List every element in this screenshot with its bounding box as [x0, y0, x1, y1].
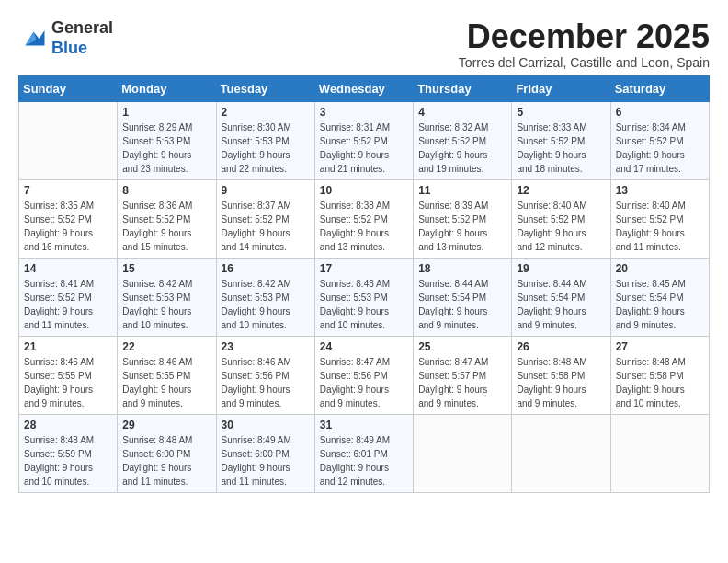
day-number: 1	[122, 106, 210, 119]
day-info: Sunrise: 8:46 AMSunset: 5:55 PMDaylight:…	[24, 355, 112, 410]
day-number: 11	[418, 184, 506, 197]
calendar-cell: 23Sunrise: 8:46 AMSunset: 5:56 PMDayligh…	[216, 336, 314, 414]
day-info: Sunrise: 8:48 AMSunset: 5:58 PMDaylight:…	[616, 355, 704, 410]
calendar-cell: 10Sunrise: 8:38 AMSunset: 5:52 PMDayligh…	[314, 179, 413, 258]
day-number: 29	[122, 419, 210, 431]
calendar-cell: 9Sunrise: 8:37 AMSunset: 5:52 PMDaylight…	[216, 179, 314, 258]
column-header-sunday: Sunday	[19, 75, 118, 101]
logo-bird-icon	[18, 25, 46, 52]
day-number: 18	[418, 262, 506, 275]
column-header-monday: Monday	[118, 75, 216, 101]
page-header: General Blue December 2025 Torres del Ca…	[18, 18, 710, 70]
calendar-cell: 26Sunrise: 8:48 AMSunset: 5:58 PMDayligh…	[512, 336, 610, 414]
day-number: 25	[418, 340, 506, 353]
calendar-header-row: SundayMondayTuesdayWednesdayThursdayFrid…	[19, 75, 710, 101]
calendar-cell: 1Sunrise: 8:29 AMSunset: 5:53 PMDaylight…	[118, 101, 216, 179]
calendar-cell	[512, 414, 610, 492]
day-number: 16	[222, 262, 310, 275]
month-title: December 2025	[459, 18, 710, 55]
day-number: 21	[24, 340, 112, 353]
day-number: 20	[616, 262, 704, 275]
day-info: Sunrise: 8:29 AMSunset: 5:53 PMDaylight:…	[122, 121, 210, 176]
calendar-cell: 5Sunrise: 8:33 AMSunset: 5:52 PMDaylight…	[512, 101, 610, 179]
day-info: Sunrise: 8:42 AMSunset: 5:53 PMDaylight:…	[222, 277, 310, 332]
location-subtitle: Torres del Carrizal, Castille and Leon, …	[459, 55, 710, 70]
day-info: Sunrise: 8:39 AMSunset: 5:52 PMDaylight:…	[418, 199, 506, 254]
calendar-cell	[19, 101, 118, 179]
calendar-cell: 4Sunrise: 8:32 AMSunset: 5:52 PMDaylight…	[414, 101, 512, 179]
day-info: Sunrise: 8:49 AMSunset: 6:00 PMDaylight:…	[222, 433, 310, 488]
logo: General Blue	[18, 18, 113, 58]
day-number: 10	[320, 184, 408, 197]
day-number: 8	[122, 184, 210, 197]
day-number: 5	[517, 106, 605, 119]
calendar-cell: 15Sunrise: 8:42 AMSunset: 5:53 PMDayligh…	[118, 258, 216, 336]
calendar-week-row: 21Sunrise: 8:46 AMSunset: 5:55 PMDayligh…	[19, 336, 710, 414]
day-info: Sunrise: 8:30 AMSunset: 5:53 PMDaylight:…	[222, 121, 310, 176]
column-header-wednesday: Wednesday	[314, 75, 413, 101]
calendar-cell: 18Sunrise: 8:44 AMSunset: 5:54 PMDayligh…	[414, 258, 512, 336]
calendar-cell: 14Sunrise: 8:41 AMSunset: 5:52 PMDayligh…	[19, 258, 118, 336]
calendar-cell: 24Sunrise: 8:47 AMSunset: 5:56 PMDayligh…	[314, 336, 413, 414]
day-info: Sunrise: 8:49 AMSunset: 6:01 PMDaylight:…	[320, 433, 408, 488]
day-number: 12	[517, 184, 605, 197]
day-info: Sunrise: 8:31 AMSunset: 5:52 PMDaylight:…	[320, 121, 408, 176]
day-info: Sunrise: 8:41 AMSunset: 5:52 PMDaylight:…	[24, 277, 112, 332]
day-number: 4	[418, 106, 506, 119]
calendar-cell: 31Sunrise: 8:49 AMSunset: 6:01 PMDayligh…	[314, 414, 413, 492]
day-number: 2	[222, 106, 310, 119]
day-info: Sunrise: 8:38 AMSunset: 5:52 PMDaylight:…	[320, 199, 408, 254]
calendar-week-row: 14Sunrise: 8:41 AMSunset: 5:52 PMDayligh…	[19, 258, 710, 336]
day-info: Sunrise: 8:34 AMSunset: 5:52 PMDaylight:…	[616, 121, 704, 176]
day-info: Sunrise: 8:33 AMSunset: 5:52 PMDaylight:…	[517, 121, 605, 176]
calendar-cell: 6Sunrise: 8:34 AMSunset: 5:52 PMDaylight…	[610, 101, 709, 179]
calendar-cell: 28Sunrise: 8:48 AMSunset: 5:59 PMDayligh…	[19, 414, 118, 492]
calendar-cell: 19Sunrise: 8:44 AMSunset: 5:54 PMDayligh…	[512, 258, 610, 336]
day-number: 24	[320, 340, 408, 353]
day-number: 31	[320, 419, 408, 431]
day-info: Sunrise: 8:45 AMSunset: 5:54 PMDaylight:…	[616, 277, 704, 332]
calendar-cell: 12Sunrise: 8:40 AMSunset: 5:52 PMDayligh…	[512, 179, 610, 258]
calendar-cell: 3Sunrise: 8:31 AMSunset: 5:52 PMDaylight…	[314, 101, 413, 179]
calendar-table: SundayMondayTuesdayWednesdayThursdayFrid…	[18, 75, 710, 493]
day-info: Sunrise: 8:46 AMSunset: 5:56 PMDaylight:…	[222, 355, 310, 410]
day-number: 7	[24, 184, 112, 197]
day-number: 26	[517, 340, 605, 353]
day-number: 27	[616, 340, 704, 353]
title-block: December 2025 Torres del Carrizal, Casti…	[459, 18, 710, 70]
day-number: 14	[24, 262, 112, 275]
day-info: Sunrise: 8:44 AMSunset: 5:54 PMDaylight:…	[517, 277, 605, 332]
day-info: Sunrise: 8:32 AMSunset: 5:52 PMDaylight:…	[418, 121, 506, 176]
day-number: 6	[616, 106, 704, 119]
day-info: Sunrise: 8:47 AMSunset: 5:57 PMDaylight:…	[418, 355, 506, 410]
day-info: Sunrise: 8:37 AMSunset: 5:52 PMDaylight:…	[222, 199, 310, 254]
day-info: Sunrise: 8:40 AMSunset: 5:52 PMDaylight:…	[616, 199, 704, 254]
day-info: Sunrise: 8:46 AMSunset: 5:55 PMDaylight:…	[122, 355, 210, 410]
day-number: 17	[320, 262, 408, 275]
day-info: Sunrise: 8:48 AMSunset: 6:00 PMDaylight:…	[122, 433, 210, 488]
calendar-cell: 13Sunrise: 8:40 AMSunset: 5:52 PMDayligh…	[610, 179, 709, 258]
column-header-saturday: Saturday	[610, 75, 709, 101]
column-header-tuesday: Tuesday	[216, 75, 314, 101]
calendar-cell: 8Sunrise: 8:36 AMSunset: 5:52 PMDaylight…	[118, 179, 216, 258]
day-number: 19	[517, 262, 605, 275]
day-info: Sunrise: 8:48 AMSunset: 5:58 PMDaylight:…	[517, 355, 605, 410]
day-number: 9	[222, 184, 310, 197]
day-info: Sunrise: 8:40 AMSunset: 5:52 PMDaylight:…	[517, 199, 605, 254]
calendar-cell	[610, 414, 709, 492]
calendar-cell: 25Sunrise: 8:47 AMSunset: 5:57 PMDayligh…	[414, 336, 512, 414]
calendar-cell: 17Sunrise: 8:43 AMSunset: 5:53 PMDayligh…	[314, 258, 413, 336]
column-header-thursday: Thursday	[414, 75, 512, 101]
day-info: Sunrise: 8:42 AMSunset: 5:53 PMDaylight:…	[122, 277, 210, 332]
day-number: 13	[616, 184, 704, 197]
day-info: Sunrise: 8:44 AMSunset: 5:54 PMDaylight:…	[418, 277, 506, 332]
calendar-cell: 2Sunrise: 8:30 AMSunset: 5:53 PMDaylight…	[216, 101, 314, 179]
calendar-cell: 11Sunrise: 8:39 AMSunset: 5:52 PMDayligh…	[414, 179, 512, 258]
calendar-cell: 16Sunrise: 8:42 AMSunset: 5:53 PMDayligh…	[216, 258, 314, 336]
day-number: 22	[122, 340, 210, 353]
calendar-cell	[414, 414, 512, 492]
calendar-week-row: 7Sunrise: 8:35 AMSunset: 5:52 PMDaylight…	[19, 179, 710, 258]
day-info: Sunrise: 8:47 AMSunset: 5:56 PMDaylight:…	[320, 355, 408, 410]
day-info: Sunrise: 8:36 AMSunset: 5:52 PMDaylight:…	[122, 199, 210, 254]
day-info: Sunrise: 8:43 AMSunset: 5:53 PMDaylight:…	[320, 277, 408, 332]
